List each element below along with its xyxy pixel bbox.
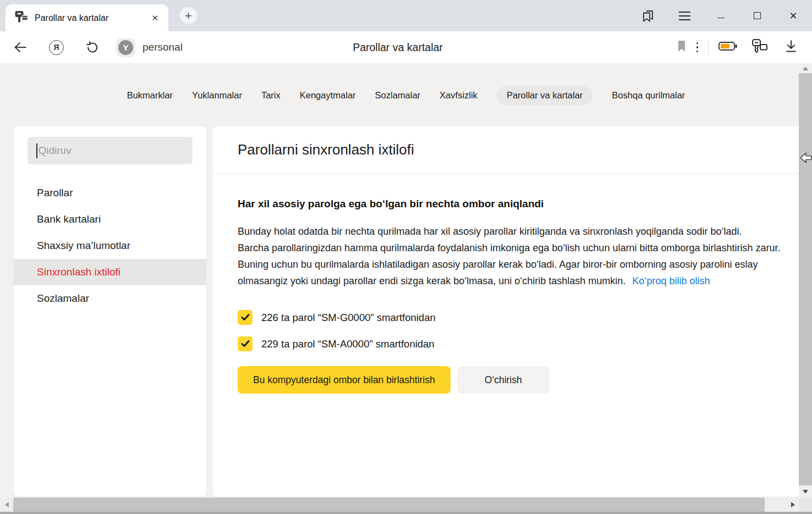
toolbar-divider [708, 40, 709, 55]
passwords-sidebar: Qidiruv Parollar Bank kartalari Shaxsiy … [14, 126, 206, 496]
sidebar-item-settings[interactable]: Sozlamalar [14, 285, 206, 312]
vertical-scrollbar[interactable] [799, 63, 812, 498]
url-text[interactable]: personal [142, 41, 183, 53]
refresh-button[interactable] [85, 31, 99, 63]
vertical-scrollbar-thumb[interactable] [799, 73, 812, 485]
sidebar-item-personal-data[interactable]: Shaxsiy ma’lumotlar [14, 233, 206, 259]
window-controls: ✕ [641, 0, 800, 31]
nav-tab-passwords-cards[interactable]: Parollar va kartalar [497, 86, 592, 105]
vault-row: 226 ta parol “SM-G0000” smartfonidan [238, 310, 783, 325]
page-title: Parollarni sinxronlash ixtilofi [213, 126, 799, 174]
sidebar-search-input[interactable]: Qidiruv [28, 137, 193, 164]
mouse-cursor [800, 152, 812, 167]
close-window-button[interactable]: ✕ [787, 9, 800, 23]
scroll-up-icon [803, 67, 808, 70]
address-bar[interactable]: Y personal [116, 31, 183, 63]
horizontal-scrollbar-thumb[interactable] [13, 498, 765, 512]
vault-list: 226 ta parol “SM-G0000” smartfonidan 229… [238, 310, 783, 351]
horizontal-scrollbar[interactable] [0, 498, 799, 512]
passwords-key-card-icon [14, 10, 28, 26]
sidebar-item-label: Parollar [37, 187, 73, 199]
new-tab-button[interactable]: + [180, 7, 197, 24]
scrollbar-corner [799, 498, 812, 512]
maximize-button[interactable] [750, 9, 764, 23]
nav-tab-settings[interactable]: Sozlamalar [375, 86, 421, 105]
menu-hamburger-icon[interactable] [678, 9, 691, 23]
conflict-heading: Har xil asosiy parolga ega boʻlgan bir n… [238, 198, 783, 210]
sidebar-item-label: Bank kartalari [37, 213, 101, 225]
checkmark-icon [241, 314, 250, 321]
nav-tab-history[interactable]: Tarix [261, 86, 281, 105]
window-bottom-edge [0, 512, 812, 514]
browser-toolbar: Я Y personal Parollar va kartalar [0, 31, 812, 63]
nav-tab-other-devices[interactable]: Boshqa qurilmalar [612, 86, 685, 105]
passwords-manager-icon[interactable] [751, 38, 768, 56]
sidebar-item-label: Sozlamalar [37, 292, 89, 305]
nav-tab-bookmarks[interactable]: Bukmarklar [127, 86, 173, 105]
checkmark-icon [241, 340, 250, 347]
browser-window: Parollar va kartalar ✕ + ✕ [0, 0, 812, 514]
scroll-down-icon [803, 490, 808, 494]
refresh-icon [85, 41, 99, 54]
tab-title: Parollar va kartalar [35, 13, 142, 23]
sidebar-item-label: Shaxsiy ma’lumotlar [37, 240, 130, 252]
merge-button[interactable]: Bu kompyuterdagi ombor bilan birlashtiri… [238, 366, 451, 394]
battery-saver-icon[interactable] [718, 41, 737, 54]
tab-bar: Parollar va kartalar ✕ + ✕ [0, 0, 812, 31]
scroll-left-button[interactable] [0, 498, 13, 512]
yandex-logo-icon: Я [49, 40, 64, 55]
back-arrow-icon [13, 41, 28, 54]
side-panel-bookmarks-icon[interactable] [641, 9, 655, 23]
nav-tab-security[interactable]: Xavfsizlik [440, 86, 478, 105]
text-caret [36, 143, 37, 158]
scroll-right-button[interactable] [787, 498, 799, 512]
sidebar-item-sync-conflict[interactable]: Sinxronlash ixtilofi [14, 259, 206, 285]
browser-tab[interactable]: Parollar va kartalar ✕ [6, 4, 168, 31]
sidebar-menu: Parollar Bank kartalari Shaxsiy ma’lumot… [14, 180, 206, 312]
scroll-right-icon [791, 502, 795, 507]
sync-conflict-body: Har xil asosiy parolga ega boʻlgan bir n… [213, 198, 799, 394]
toolbar-right-icons [677, 31, 812, 63]
sync-conflict-panel: Parollarni sinxronlash ixtilofi Har xil … [213, 126, 799, 496]
more-options-icon[interactable] [696, 42, 699, 53]
tab-close-icon[interactable]: ✕ [149, 12, 161, 24]
page-content: Bukmarklar Yuklanmalar Tarix Kengaytmala… [0, 63, 812, 514]
minimize-button[interactable] [714, 9, 727, 23]
vault-label: 226 ta parol “SM-G0000” smartfonidan [261, 312, 436, 324]
nav-tab-extensions[interactable]: Kengaytmalar [300, 86, 356, 105]
maximize-icon [754, 12, 761, 19]
downloads-icon[interactable] [784, 40, 798, 55]
vault-row: 229 ta parol “SM-A0000” smartfonidan [238, 336, 783, 351]
scroll-left-icon [5, 502, 9, 507]
settings-nav-tabs: Bukmarklar Yuklanmalar Tarix Kengaytmala… [0, 63, 812, 127]
sidebar-item-passwords[interactable]: Parollar [14, 180, 206, 206]
learn-more-link[interactable]: Koʻproq bilib olish [632, 275, 710, 286]
yandex-home-button[interactable]: Я [49, 31, 64, 63]
protect-badge-icon: Y [118, 40, 133, 55]
vault-checkbox[interactable] [238, 310, 253, 325]
scroll-down-button[interactable] [799, 485, 812, 498]
description-line-1: Bunday holat odatda bir nechta qurilmada… [238, 226, 742, 237]
sidebar-item-bank-cards[interactable]: Bank kartalari [14, 206, 206, 233]
vault-checkbox[interactable] [238, 336, 253, 351]
delete-button[interactable]: Oʻchirish [457, 366, 550, 394]
vault-label: 229 ta parol “SM-A0000” smartfonidan [261, 338, 435, 350]
plus-icon: + [185, 10, 192, 22]
conflict-description: Bunday holat odatda bir nechta qurilmada… [238, 223, 783, 289]
search-placeholder: Qidiruv [39, 145, 72, 157]
close-icon: ✕ [789, 11, 797, 21]
back-button[interactable] [13, 31, 28, 63]
toolbar-page-title: Parollar va kartalar [353, 31, 443, 63]
scroll-up-button[interactable] [799, 63, 812, 73]
protect-badge[interactable]: Y [116, 38, 135, 57]
bookmark-icon[interactable] [677, 40, 687, 54]
sidebar-item-label: Sinxronlash ixtilofi [37, 266, 120, 278]
action-buttons: Bu kompyuterdagi ombor bilan birlashtiri… [238, 366, 783, 394]
nav-tab-downloads[interactable]: Yuklanmalar [192, 86, 242, 105]
minimize-icon [717, 18, 725, 18]
